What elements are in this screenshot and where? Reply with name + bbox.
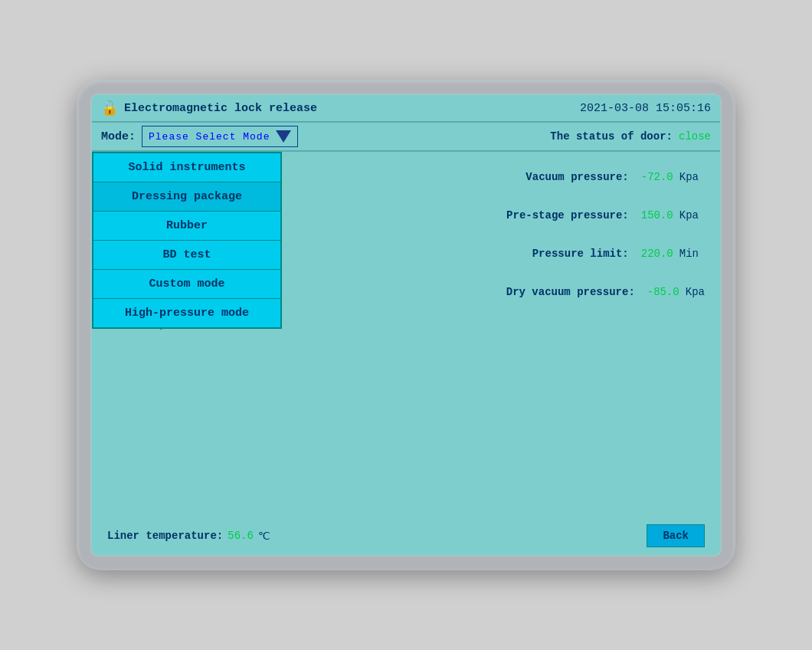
dry-vacuum-value: -85.0 [641, 286, 679, 298]
right-row-vacuum: Vacuum pressure: -72.0 Kpa [506, 158, 705, 196]
title-text: Electromagnetic lock release [124, 102, 317, 115]
prestage-pressure-label: Pre-stage pressure: [506, 209, 629, 222]
title-left: 🔓 Electromagnetic lock release [101, 100, 317, 117]
title-datetime: 2021-03-08 15:05:16 [580, 102, 711, 115]
dropdown-item-rubber[interactable]: Rubber [93, 212, 280, 241]
mode-bar: Mode: Please Select Mode The status of d… [92, 123, 720, 152]
dry-vacuum-unit: Kpa [686, 286, 705, 298]
mode-label: Mode: [101, 130, 136, 143]
lock-icon: 🔓 [101, 100, 118, 117]
right-params: Vacuum pressure: -72.0 Kpa Pre-stage pre… [506, 158, 705, 311]
dry-vacuum-label: Dry vacuum pressure: [506, 286, 635, 298]
pressure-limit-value: 220.0 [635, 248, 673, 260]
mode-select-text: Please Select Mode [149, 131, 270, 143]
dropdown-arrow-icon [276, 130, 291, 143]
liner-temp-unit: ℃ [258, 530, 270, 543]
right-row-pressure-limit: Pressure limit: 220.0 Min [506, 235, 705, 273]
right-row-prestage: Pre-stage pressure: 150.0 Kpa [506, 196, 705, 235]
liner-temp-area: Liner temperature: 56.6 ℃ [107, 530, 270, 543]
dropdown-item-dressing-package[interactable]: Dressing package [93, 182, 280, 212]
dropdown-item-bd-test[interactable]: BD test [93, 241, 280, 270]
door-status: The status of door: close [550, 130, 711, 143]
dropdown-item-high-pressure-mode[interactable]: High-pressure mode [93, 299, 280, 327]
vacuum-pressure-value: -72.0 [635, 171, 673, 183]
vacuum-pressure-label: Vacuum pressure: [506, 171, 629, 183]
dropdown-item-custom-mode[interactable]: Custom mode [93, 270, 280, 299]
liner-temp-value: 56.6 [228, 530, 254, 542]
screen: 🔓 Electromagnetic lock release 2021-03-0… [90, 94, 722, 556]
dropdown-item-solid-instruments[interactable]: Solid instruments [93, 153, 280, 182]
vacuum-pressure-unit: Kpa [679, 171, 699, 183]
pressure-limit-label: Pressure limit: [506, 248, 629, 260]
title-bar: 🔓 Electromagnetic lock release 2021-03-0… [92, 95, 720, 123]
content-area: Solid instruments Dressing package Rubbe… [92, 152, 720, 555]
right-row-dry-vacuum: Dry vacuum pressure: -85.0 Kpa [506, 273, 705, 311]
door-status-value: close [679, 130, 711, 143]
dropdown-menu: Solid instruments Dressing package Rubbe… [92, 152, 282, 329]
device-frame: 🔓 Electromagnetic lock release 2021-03-0… [77, 80, 735, 570]
liner-temp-label: Liner temperature: [107, 530, 223, 542]
pressure-limit-unit: Min [679, 248, 699, 260]
bottom-row: Liner temperature: 56.6 ℃ Back [107, 524, 705, 547]
back-button[interactable]: Back [647, 524, 705, 547]
prestage-pressure-unit: Kpa [679, 209, 699, 222]
prestage-pressure-value: 150.0 [635, 209, 673, 222]
door-status-label: The status of door: [550, 130, 673, 143]
mode-select-dropdown[interactable]: Please Select Mode [142, 126, 298, 147]
